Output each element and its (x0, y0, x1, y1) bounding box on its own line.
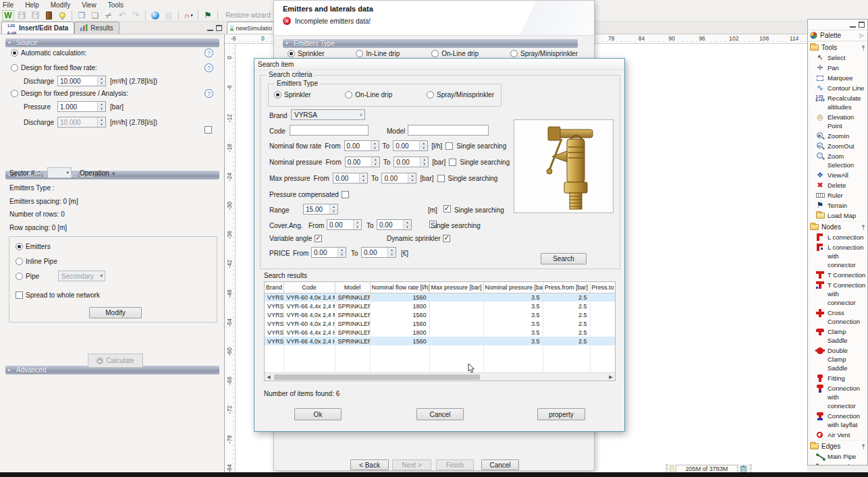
modify-button[interactable]: Modify (89, 307, 142, 318)
palette-item-main-pipe[interactable]: Main Pipe (808, 451, 867, 461)
radio-inline-pipe[interactable]: Inline Pipe (16, 258, 57, 265)
palette-item-zoomout[interactable]: −ZoomOut (808, 141, 867, 151)
magnet-dropdown-icon[interactable]: ∩▾ (182, 10, 194, 21)
palette-item-recalculate-altitudes[interactable]: 1,23E+03Recalculate altitudes (808, 93, 867, 112)
numeric-input[interactable]: 0.00▲▼ (345, 157, 380, 167)
palette-item-l-connection[interactable]: L connection (808, 232, 867, 242)
results-row[interactable]: VYRSAVYR-60 4,0x 2,4 HSPRINKLER15603.52.… (265, 319, 616, 328)
hint-bulb-icon[interactable] (56, 10, 68, 21)
wizard-type-on-line-drip[interactable]: On-Line drip (431, 50, 479, 57)
palette-header[interactable]: Palette ▷ (808, 30, 867, 41)
cover-from-input[interactable]: 0.00▲▼ (327, 219, 362, 230)
radio-automatic-calculation[interactable]: Automatic calculation: (11, 49, 86, 57)
model-input[interactable] (408, 125, 489, 136)
results-col-header[interactable]: Code (283, 282, 335, 293)
palette-item-t-connection[interactable]: T Connection (808, 270, 867, 280)
maximize-icon[interactable] (859, 22, 865, 28)
menu-file[interactable]: File (3, 1, 13, 9)
menu-view[interactable]: View (82, 1, 97, 9)
palette-item-clamp-saddle[interactable]: Clamp Saddle (808, 327, 867, 345)
brand-select[interactable]: VYRSA˅ (291, 109, 365, 120)
wizard-back-button[interactable]: < Back (350, 459, 389, 470)
maximize-icon[interactable] (216, 25, 222, 31)
wizard-emitters-type-header[interactable]: Emitters Type (283, 39, 578, 48)
chevron-right-icon[interactable]: ▷ (860, 32, 865, 38)
wizard-icon[interactable]: W (2, 10, 14, 21)
palette-item-secondary-pipe[interactable]: Secondary Pipe (808, 461, 867, 466)
results-col-header[interactable]: Nominal pressure [bar] (483, 282, 543, 293)
palette-item-terrain[interactable]: ⚑Terrain (808, 200, 867, 211)
cover-to-input[interactable]: 0.00▲▼ (377, 219, 412, 230)
palette-section-nodes[interactable]: Nodes (808, 221, 867, 232)
tab-results[interactable]: Results (74, 22, 119, 34)
pressure-compensated-checkbox[interactable]: Pressure compensated (269, 191, 349, 198)
results-row[interactable]: VYRSAVYR-66 4,4x 2,4 MSPRINKLER18003.52.… (265, 302, 616, 310)
scrollbar-thumb[interactable] (274, 374, 480, 380)
results-col-header[interactable]: Press.to [bar] (590, 282, 616, 293)
help-icon[interactable]: ? (205, 89, 213, 98)
palette-item-zoom-selection[interactable]: Zoom Selection (808, 151, 867, 170)
palette-section-tools[interactable]: Tools (808, 41, 867, 53)
search-button[interactable]: Search (541, 253, 587, 264)
numeric-input[interactable]: 0.00▲▼ (344, 140, 379, 151)
minimize-icon[interactable] (850, 22, 856, 28)
palette-item-fitting[interactable]: Fitting (808, 373, 867, 383)
radio-fixed-pressure[interactable]: Design for fixed pressure / Analysis: (11, 90, 128, 97)
menu-tools[interactable]: Tools (108, 1, 124, 9)
search-results-table[interactable]: BrandCodeModelNominal flow rate [l/h]Max… (264, 281, 616, 381)
wizard-type-sprinkler[interactable]: Sprinkler (288, 50, 324, 57)
price-to-input[interactable]: 0.00▲▼ (361, 247, 396, 258)
single-searching-checkbox[interactable] (449, 159, 456, 166)
radio-fixed-flow-rate[interactable]: Design for fixed flow rate: (11, 64, 97, 72)
tab-newsimulation[interactable]: newSimulatio (227, 22, 275, 34)
single-searching-checkbox[interactable] (437, 175, 445, 182)
help-icon[interactable]: ? (205, 49, 213, 57)
results-col-header[interactable]: Model (335, 282, 370, 293)
menu-help[interactable]: Help (25, 1, 39, 9)
palette-item-double-clamp-saddle[interactable]: Double Clamp Saddle (808, 345, 867, 373)
palette-item-select[interactable]: ↖Select (808, 53, 867, 63)
dynamic-sprinkler-checkbox[interactable]: Dynamic sprinkler (387, 235, 450, 242)
discharge2-checkbox[interactable] (205, 126, 212, 134)
search-type-sprinkler[interactable]: Sprinkler (274, 91, 310, 99)
results-row[interactable]: VYRSAVYR-66 4,0x 2,4 HSPRINKLER15603.52.… (265, 337, 616, 345)
palette-item-viewall[interactable]: ❖ViewAll (808, 170, 867, 180)
pressure-input[interactable]: 1.000▲▼ (57, 101, 106, 112)
range-input[interactable]: 15.00▲▼ (303, 204, 338, 215)
numeric-input[interactable]: 0.00▲▼ (393, 140, 428, 151)
palette-item-load-map[interactable]: Load Map (808, 211, 867, 221)
spread-network-checkbox[interactable]: Spread to whole network (16, 291, 100, 299)
radio-pipe[interactable]: Pipe (16, 273, 39, 280)
results-col-header[interactable]: Brand (265, 282, 283, 293)
search-type-spray-minisprinkler[interactable]: Spray/Minisprinkler (427, 91, 494, 99)
results-row[interactable]: VYRSAVYR-60 4,0x 2,4 MSPRINKLER15603.52.… (265, 293, 616, 302)
exit-door-icon[interactable] (43, 10, 55, 21)
palette-item-zoomin[interactable]: +ZoomIn (808, 131, 867, 141)
source-section-header[interactable]: Source (5, 38, 219, 47)
wizard-type-in-line-drip[interactable]: In-Line drip (356, 50, 400, 57)
menu-modify[interactable]: Modify (51, 1, 70, 9)
code-input[interactable] (290, 125, 369, 136)
terrain-flag-icon[interactable]: ⚑ (202, 10, 214, 21)
scroll-left-icon[interactable]: ◀ (265, 374, 273, 380)
cancel-button[interactable]: Cancel (416, 408, 464, 420)
results-col-header[interactable]: Press.from [bar] (543, 282, 590, 293)
palette-item-delete[interactable]: ✖Delete (808, 180, 867, 190)
results-col-header[interactable]: Max pressure [bar] (429, 282, 483, 293)
scroll-right-icon[interactable]: ▶ (607, 374, 615, 380)
single-searching-checkbox[interactable] (445, 142, 453, 150)
results-col-header[interactable]: Nominal flow rate [l/h] (370, 282, 429, 293)
property-button[interactable]: property (537, 408, 585, 420)
search-type-on-line-drip[interactable]: On-Line drip (345, 91, 392, 99)
palette-item-marquee[interactable]: Marquee (808, 73, 867, 83)
help-icon[interactable]: ? (205, 63, 213, 72)
google-earth-icon[interactable] (149, 10, 161, 21)
palette-item-connection-with-connector[interactable]: Connection with connector (808, 383, 867, 411)
numeric-input[interactable]: 0.00▲▼ (394, 157, 429, 167)
palette-item-contour-line[interactable]: ∿Contour Line (808, 83, 867, 93)
copy-icon[interactable]: ❐ (76, 10, 88, 21)
cut-icon[interactable]: ✂ (103, 10, 115, 21)
discharge-input[interactable]: 10.000▲▼ (57, 76, 106, 86)
palette-item-t-connection-with-connector[interactable]: T Connection with connector (808, 280, 867, 308)
restore-wizard-button[interactable]: Restore wizard (225, 11, 271, 19)
